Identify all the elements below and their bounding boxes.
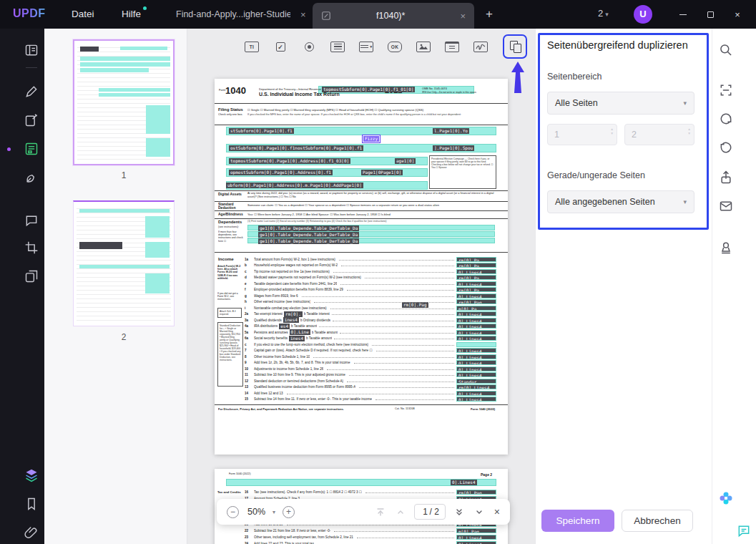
- form-field-highlight[interactable]: rm[0].Pag: [456, 490, 496, 495]
- share-icon[interactable]: [719, 170, 733, 185]
- field-name-overlay[interactable]: rm[0].Pa: [457, 258, 496, 261]
- field-name-overlay[interactable]: 0].Lines4: [457, 270, 496, 273]
- tab-document-2[interactable]: f1040)* ×: [313, 3, 474, 29]
- form-field-highlight[interactable]: 0].Lines4: [456, 397, 496, 402]
- field-name-overlay[interactable]: 0].Lines4: [457, 367, 496, 371]
- close-button[interactable]: ×: [730, 7, 745, 21]
- field-name-overlay[interactable]: 0].Lines4: [457, 349, 496, 352]
- page-thumbnail-2[interactable]: [73, 200, 175, 326]
- field-name-overlay[interactable]: 0].Lines4: [451, 480, 477, 485]
- form-field-highlight[interactable]: 0].Lines4: [456, 336, 496, 341]
- range-to-input[interactable]: [624, 124, 694, 145]
- field-name-overlay[interactable]: Page1[0Page1[0]: [361, 170, 403, 175]
- field-name-overlay[interactable]: stSubform[0].Page1[0].f1: [229, 128, 294, 134]
- maximize-button[interactable]: [703, 7, 717, 21]
- dependent-row[interactable]: ge1[0].Table_Depende.Table_DerTable_Da: [247, 225, 495, 230]
- dependent-row[interactable]: ge1[0].Table_Depende.Table_DerTable_Da: [247, 238, 495, 243]
- field-name-overlay[interactable]: m[0].Pag: [457, 529, 496, 533]
- field-name-overlay[interactable]: ubform[0].Page1[0].Address[0].m.Page1[0]…: [226, 183, 363, 188]
- zoom-in-button[interactable]: +: [283, 506, 295, 518]
- form-field-highlight[interactable]: 0].Lines4: [456, 535, 496, 540]
- form-field-highlight[interactable]: rm[0].Pag: [456, 299, 496, 304]
- new-tab-button[interactable]: +: [481, 6, 498, 23]
- form-field-highlight[interactable]: rm[0].Lines4: [456, 384, 496, 389]
- field-name-overlay[interactable]: 0].Lines4: [457, 331, 496, 334]
- save-button[interactable]: Speichern: [541, 510, 614, 532]
- field-name-overlay[interactable]: 0].Lines4: [457, 319, 496, 322]
- form-field-highlight[interactable]: m[0].Pag: [456, 528, 496, 533]
- list-box-field-tool[interactable]: [328, 37, 347, 56]
- form-field-highlight[interactable]: 0].Lines4: [456, 330, 496, 335]
- cancel-button[interactable]: Abbrechen: [622, 510, 693, 532]
- form-field-highlight[interactable]: 0].Lines4: [456, 348, 496, 353]
- field-name-overlay[interactable]: rm[0].Pa: [457, 263, 496, 267]
- form-field-highlight[interactable]: rm[0].Pa: [456, 263, 496, 268]
- radio-button-field-tool[interactable]: [300, 37, 318, 56]
- field-name-overlay[interactable]: rm[0].Lines4: [457, 385, 496, 389]
- field-name-overlay[interactable]: rm[0].Pa: [457, 276, 496, 279]
- crop-icon[interactable]: [24, 241, 39, 255]
- minimize-button[interactable]: [676, 7, 690, 21]
- field-name-overlay[interactable]: 0].Line: [290, 329, 310, 335]
- field-name-overlay[interactable]: 0].Lines4: [457, 312, 496, 316]
- form-field-highlight[interactable]: rm[0].Pa: [456, 257, 496, 262]
- form-field-highlight[interactable]: 0].Lines4: [456, 269, 496, 274]
- spinner-down-icon[interactable]: ▾: [688, 131, 690, 135]
- zoom-dropdown-icon[interactable]: ▾: [273, 509, 275, 515]
- field-name-overlay[interactable]: 0].Lines4: [457, 535, 496, 539]
- organize-pages-icon[interactable]: [24, 269, 39, 283]
- convert-icon[interactable]: [719, 112, 733, 126]
- form-field-highlight[interactable]: m[0].Pa: [456, 306, 496, 311]
- menu-file[interactable]: Datei: [72, 9, 94, 19]
- signature-field-tool[interactable]: [471, 37, 490, 56]
- form-field-highlight[interactable]: Standar: [456, 379, 496, 384]
- page-range-dropdown[interactable]: Alle Seiten ▾: [547, 92, 694, 115]
- combo-box-field-tool[interactable]: ▾: [357, 37, 375, 56]
- form-field-highlight[interactable]: 0].Lines4: [456, 281, 496, 286]
- field-name-overlay[interactable]: topmostSubform[0].Page1[0].Address[0].f1…: [229, 158, 350, 164]
- bookmark-icon[interactable]: [24, 497, 39, 511]
- text-field-tool[interactable]: TI: [242, 37, 261, 56]
- thumbnails-icon[interactable]: [24, 43, 39, 57]
- form-field-highlight[interactable]: 0].Lines4: [456, 366, 496, 371]
- selected-field-overlay[interactable]: Fizzy: [363, 136, 379, 142]
- field-name-overlay[interactable]: 0].Lines4: [457, 336, 496, 340]
- tab-document-1[interactable]: Find-and-Apply...igher-Studies* ×: [172, 0, 312, 29]
- form-field-highlight[interactable]: 0].Lines4: [456, 311, 496, 316]
- field-name-overlay[interactable]: opmostSubform[0].Page1[0].Address[0].f1: [229, 170, 333, 175]
- tab-close-icon[interactable]: ×: [460, 11, 466, 21]
- field-name-overlay[interactable]: 0].Lines4: [457, 373, 496, 377]
- dependent-row[interactable]: ge1[0].Table_Depende.Table_DerTable_Da: [247, 231, 495, 237]
- field-name-overlay[interactable]: age1[0]: [395, 158, 416, 164]
- field-name-overlay[interactable]: rm[0].: [284, 311, 303, 317]
- form-field-highlight[interactable]: 0].Lines4: [456, 324, 496, 329]
- field-name-overlay[interactable]: l.Page1[0].Yo: [433, 128, 469, 134]
- field-name-overlay[interactable]: 0].Lines4: [457, 294, 496, 298]
- field-name-overlay[interactable]: ge1[0].Table_Depende.Table_DerTable_Da: [258, 238, 359, 244]
- image-field-tool[interactable]: [414, 37, 433, 56]
- field-name-overlay[interactable]: ines4: [283, 317, 299, 323]
- first-page-button[interactable]: [374, 505, 387, 518]
- next-page-button[interactable]: [473, 505, 486, 518]
- form-field-highlight[interactable]: 0].Lines4: [456, 360, 496, 365]
- ai-assistant-icon[interactable]: [719, 491, 733, 505]
- range-from-input[interactable]: [547, 124, 617, 145]
- field-name-overlay[interactable]: 0].Lines4: [457, 282, 496, 286]
- field-name-overlay[interactable]: es4: [279, 324, 290, 329]
- date-field-tool[interactable]: [443, 37, 461, 56]
- search-icon[interactable]: [719, 43, 733, 57]
- field-name-overlay[interactable]: 0].Lines4: [457, 355, 496, 359]
- parity-dropdown[interactable]: Alle angegebenen Seiten ▾: [547, 190, 694, 213]
- checkbox-field-tool[interactable]: ✓: [271, 37, 290, 56]
- field-name-overlay[interactable]: Standar: [457, 379, 496, 383]
- rotate-icon[interactable]: [719, 140, 733, 155]
- annotate-icon[interactable]: [24, 84, 39, 99]
- avatar[interactable]: U: [634, 5, 652, 24]
- form-field-highlight[interactable]: [456, 342, 496, 347]
- attachment-icon[interactable]: [24, 525, 39, 540]
- page-number-input[interactable]: [421, 507, 429, 517]
- layers-icon[interactable]: [24, 468, 39, 482]
- menu-help[interactable]: Hilfe: [122, 9, 141, 19]
- field-name-overlay[interactable]: ].Page1[0].Spou: [433, 145, 474, 151]
- field-name-overlay[interactable]: ge1[0].Table_Depende.Table_DerTable_Da: [258, 225, 359, 231]
